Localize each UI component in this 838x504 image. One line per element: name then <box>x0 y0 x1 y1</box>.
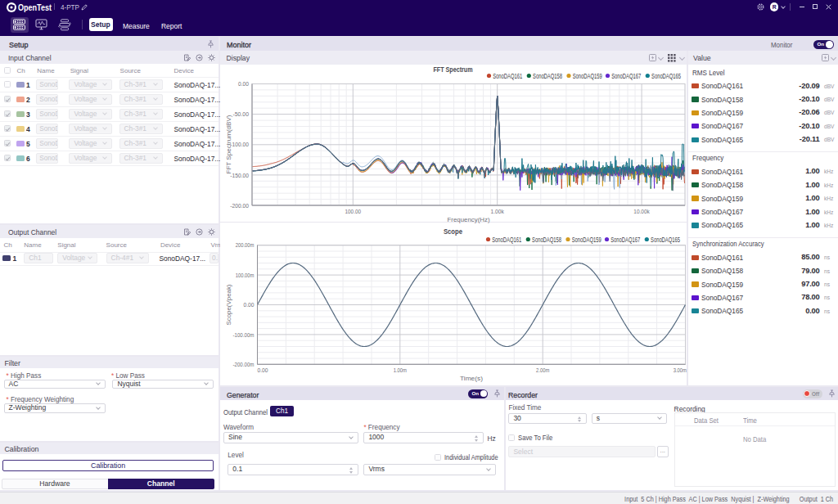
svg-text:FFT Spectrum: FFT Spectrum <box>433 65 472 74</box>
svg-text:SonoDAQ165: SonoDAQ165 <box>651 236 680 243</box>
svg-text:-100.00m: -100.00m <box>232 331 254 338</box>
svg-text:100.00: 100.00 <box>345 207 361 214</box>
svg-text:FFT Spectrum(dBV): FFT Spectrum(dBV) <box>224 115 232 173</box>
svg-text:-50.00: -50.00 <box>232 110 249 118</box>
svg-text:SonoDAQ161: SonoDAQ161 <box>492 236 521 243</box>
svg-text:-100.00: -100.00 <box>230 141 249 148</box>
svg-text:0.00: 0.00 <box>243 301 254 308</box>
svg-text:100.00m: 100.00m <box>235 271 254 278</box>
svg-text:Scope: Scope <box>444 227 462 235</box>
svg-text:10.00k: 10.00k <box>633 207 650 214</box>
svg-text:0.00: 0.00 <box>237 80 248 88</box>
svg-text:SonoDAQ167: SonoDAQ167 <box>611 72 641 79</box>
svg-text:SonoDAQ159: SonoDAQ159 <box>572 72 601 79</box>
svg-text:0.00: 0.00 <box>257 366 268 373</box>
svg-text:SonoDAQ158: SonoDAQ158 <box>533 72 562 79</box>
svg-text:Scope(Vpeak): Scope(Vpeak) <box>224 284 232 325</box>
svg-text:2.00m: 2.00m <box>536 366 549 373</box>
svg-text:1.00k: 1.00k <box>490 207 504 214</box>
svg-text:-200.00m: -200.00m <box>232 360 254 367</box>
svg-text:SonoDAQ165: SonoDAQ165 <box>651 72 681 79</box>
svg-text:-200.00: -200.00 <box>230 201 249 209</box>
svg-text:Time(s): Time(s) <box>460 375 483 382</box>
svg-text:SonoDAQ167: SonoDAQ167 <box>610 236 640 243</box>
svg-text:Frequency(Hz): Frequency(Hz) <box>447 216 489 223</box>
svg-text:1.00m: 1.00m <box>393 366 406 373</box>
svg-text:-150.00: -150.00 <box>230 171 249 178</box>
svg-text:SonoDAQ159: SonoDAQ159 <box>571 236 601 243</box>
svg-text:3.00m: 3.00m <box>673 366 686 373</box>
svg-text:200.00m: 200.00m <box>235 241 254 249</box>
svg-text:SonoDAQ161: SonoDAQ161 <box>493 72 522 79</box>
svg-text:SonoDAQ158: SonoDAQ158 <box>532 236 561 243</box>
